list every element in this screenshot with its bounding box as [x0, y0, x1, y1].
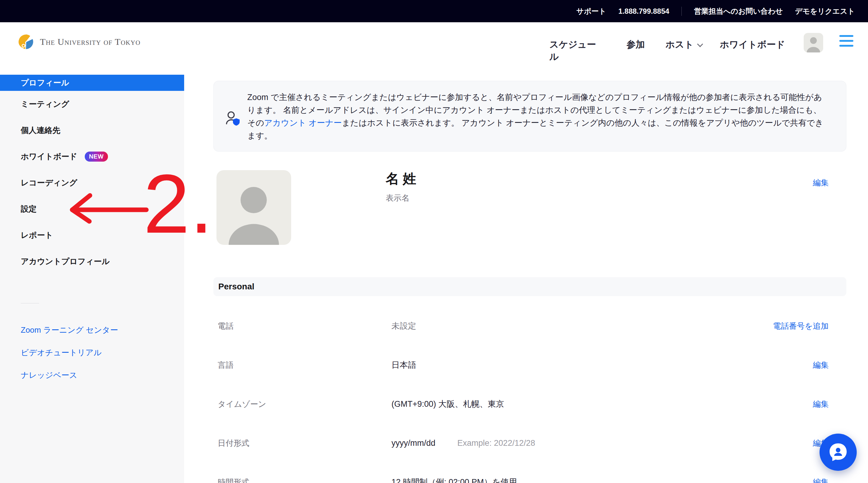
sidebar-link-video-tutorials[interactable]: ビデオチュートリアル: [0, 341, 184, 364]
nav-schedule[interactable]: スケジュール: [549, 38, 598, 63]
sidebar-link-knowledge-base[interactable]: ナレッジベース: [0, 364, 184, 386]
row-value: 日本語: [392, 360, 416, 370]
person-icon: [216, 170, 291, 245]
sidebar-link-learning-center[interactable]: Zoom ラーニング センター: [0, 319, 184, 341]
nav-join[interactable]: 参加: [626, 38, 645, 51]
personal-section-header: Personal: [213, 277, 846, 296]
row-value: 未設定: [392, 321, 416, 331]
request-demo-link[interactable]: デモをリクエスト: [795, 6, 855, 16]
university-logo[interactable]: The University of Tokyo: [17, 33, 141, 51]
table-row-time-format: 時間形式 12 時間制（例: 02:00 PM）を使用 編集: [213, 462, 846, 483]
edit-time-format-link[interactable]: 編集: [813, 477, 846, 483]
row-value: (GMT+9:00) 大阪、札幌、東京: [392, 398, 504, 410]
account-owner-link[interactable]: アカウント オーナー: [264, 118, 342, 127]
row-value: yyyy/mm/dd: [392, 439, 435, 448]
sidebar-item-meetings[interactable]: ミーティング: [0, 91, 184, 117]
sidebar-item-contacts[interactable]: 個人連絡先: [0, 117, 184, 143]
privacy-notice-text: Zoom で主催されるミーティングまたはウェビナーに参加すると、名前やプロフィー…: [247, 81, 846, 142]
new-badge: NEW: [85, 152, 108, 161]
row-label: 日付形式: [213, 438, 392, 449]
row-label: タイムゾーン: [213, 399, 392, 410]
edit-timezone-link[interactable]: 編集: [813, 399, 846, 410]
row-label: 電話: [213, 321, 392, 331]
person-icon: [804, 33, 823, 53]
nav-host[interactable]: ホスト: [665, 38, 701, 51]
table-row-date-format: 日付形式 yyyy/mm/dd Example: 2022/12/28 編集: [213, 424, 846, 462]
phone-number[interactable]: 1.888.799.8854: [618, 7, 669, 16]
sidebar: プロフィール ミーティング 個人連絡先 ホワイトボード NEW レコーディング …: [0, 75, 184, 483]
profile-display-name: 表示名: [386, 193, 409, 203]
add-phone-link[interactable]: 電話番号を追加: [773, 321, 846, 331]
ginkgo-logo-icon: [17, 33, 34, 51]
user-avatar[interactable]: [804, 33, 823, 53]
row-label: 言語: [213, 360, 392, 370]
chat-person-icon: [828, 442, 848, 462]
row-label: 時間形式: [213, 477, 392, 483]
profile-section: 名 姓 表示名 編集: [213, 170, 846, 244]
row-value: 12 時間制（例: 02:00 PM）を使用: [392, 477, 517, 483]
profile-avatar[interactable]: [216, 170, 291, 245]
top-utility-bar: サポート 1.888.799.8854 営業担当へのお問い合わせ デモをリクエス…: [0, 0, 868, 22]
contact-sales-link[interactable]: 営業担当へのお問い合わせ: [694, 6, 783, 16]
privacy-notice-box: Zoom で主催されるミーティングまたはウェビナーに参加すると、名前やプロフィー…: [213, 81, 846, 152]
hamburger-menu-icon[interactable]: [839, 35, 854, 47]
support-link[interactable]: サポート: [577, 6, 607, 16]
profile-name: 名 姓: [386, 170, 416, 187]
personal-rows: 電話 未設定 電話番号を追加 言語 日本語 編集 タイムゾーン (GMT+9:0…: [213, 306, 846, 483]
person-privacy-icon: [225, 110, 242, 129]
logo-text: The University of Tokyo: [40, 37, 141, 47]
sidebar-item-account-profile[interactable]: アカウントプロフィール: [0, 248, 184, 274]
nav-whiteboard[interactable]: ホワイトボード: [720, 38, 785, 51]
date-format-example: Example: 2022/12/28: [457, 439, 535, 448]
edit-language-link[interactable]: 編集: [813, 360, 846, 370]
table-row-language: 言語 日本語 編集: [213, 345, 846, 385]
profile-edit-link[interactable]: 編集: [813, 178, 829, 188]
sidebar-item-recordings[interactable]: レコーディング: [0, 170, 184, 196]
chevron-down-icon: [697, 41, 703, 47]
table-row-phone: 電話 未設定 電話番号を追加: [213, 306, 846, 345]
table-row-timezone: タイムゾーン (GMT+9:00) 大阪、札幌、東京 編集: [213, 385, 846, 424]
topbar-divider: [681, 7, 682, 16]
sidebar-item-profile[interactable]: プロフィール: [0, 75, 184, 91]
sidebar-item-reports[interactable]: レポート: [0, 222, 184, 248]
support-chat-button[interactable]: [819, 433, 857, 471]
sidebar-item-whiteboard[interactable]: ホワイトボード NEW: [0, 143, 184, 170]
sidebar-divider: [21, 303, 39, 303]
main-header: The University of Tokyo スケジュール 参加 ホスト ホワ…: [0, 22, 868, 75]
sidebar-item-settings[interactable]: 設定: [0, 196, 184, 222]
main-content: Zoom で主催されるミーティングまたはウェビナーに参加すると、名前やプロフィー…: [184, 75, 868, 483]
